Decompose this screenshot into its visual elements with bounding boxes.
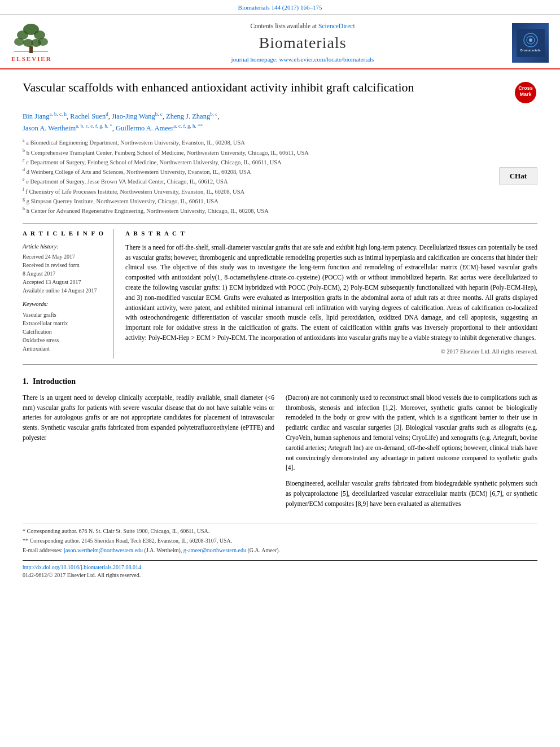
footnote-emails: E-mail addresses: jason.wertheim@northwe… bbox=[23, 546, 537, 554]
keyword-2: Extracellular matrix bbox=[23, 319, 104, 327]
chat-button[interactable]: CHat bbox=[499, 167, 537, 185]
elsevier-logo-section: ELSEVIER bbox=[11, 23, 102, 63]
intro-right-col: (Dacron) are not commonly used to recons… bbox=[286, 393, 537, 515]
abstract-column: A B S T R A C T There is a need for off-… bbox=[125, 229, 537, 359]
affiliation-g: g g Simpson Querrey Institute, Northwest… bbox=[23, 196, 537, 206]
introduction-section: 1. Introduction There is an urgent need … bbox=[23, 376, 537, 515]
journal-homepage: journal homepage: www.elsevier.com/locat… bbox=[102, 55, 504, 64]
email-wertheim[interactable]: jason.wertheim@northwestern.edu bbox=[64, 547, 143, 553]
main-content: Vascular scaffolds with enhanced antioxi… bbox=[0, 69, 560, 585]
keyword-5: Antioxidant bbox=[23, 344, 104, 353]
biomaterials-logo-icon: Biomaterials bbox=[517, 29, 545, 57]
svg-rect-9 bbox=[14, 51, 48, 52]
header-divider bbox=[23, 223, 537, 224]
svg-point-4 bbox=[14, 38, 24, 46]
affiliation-b: b b Comprehensive Transplant Center, Fei… bbox=[23, 147, 537, 157]
keywords-section: Keywords: Vascular grafts Extracellular … bbox=[23, 300, 104, 353]
intro-para-1: There is an urgent need to develop clini… bbox=[23, 393, 274, 443]
abstract-text: There is a need for off-the-shelf, small… bbox=[125, 243, 537, 343]
issn-line: 0142-9612/© 2017 Elsevier Ltd. All right… bbox=[23, 572, 141, 578]
email-ameer-note: (G.A. Ameer). bbox=[247, 547, 280, 553]
received-revised-label: Received in revised form bbox=[23, 261, 104, 269]
article-history: Article history: Received 24 May 2017 Re… bbox=[23, 243, 104, 295]
affiliation-a: a a Biomedical Engineering Department, N… bbox=[23, 137, 537, 147]
crossmark-icon: Cross Mark bbox=[515, 82, 536, 103]
affiliation-h: h h Center for Advanced Regenerative Eng… bbox=[23, 206, 537, 215]
abstract-title: A B S T R A C T bbox=[125, 229, 537, 238]
svg-point-7 bbox=[31, 39, 41, 47]
svg-point-13 bbox=[529, 38, 532, 42]
footnote-2: ** Corresponding author. 2145 Sheridan R… bbox=[23, 536, 537, 545]
received-date: Received 24 May 2017 bbox=[23, 252, 104, 261]
affiliation-e: e e Department of Surgery, Jesse Brown V… bbox=[23, 176, 537, 186]
svg-text:Mark: Mark bbox=[519, 91, 532, 97]
svg-rect-8 bbox=[29, 46, 33, 53]
affiliation-f: f f Chemistry of Life Processes Institut… bbox=[23, 186, 537, 196]
biomaterials-logo: Biomaterials bbox=[512, 23, 549, 63]
abstract-divider bbox=[23, 364, 537, 365]
copyright-line: © 2017 Elsevier Ltd. All rights reserved… bbox=[125, 348, 537, 356]
article-info-column: A R T I C L E I N F O Article history: R… bbox=[23, 229, 114, 359]
article-title-section: Vascular scaffolds with enhanced antioxi… bbox=[23, 80, 537, 104]
section-1-heading: 1. Introduction bbox=[23, 376, 537, 387]
article-info-title: A R T I C L E I N F O bbox=[23, 229, 104, 238]
keyword-4: Oxidative stress bbox=[23, 336, 104, 344]
journal-header-center: Contents lists available at ScienceDirec… bbox=[102, 21, 504, 64]
article-body: A R T I C L E I N F O Article history: R… bbox=[23, 229, 537, 359]
homepage-link[interactable]: www.elsevier.com/locate/biomaterials bbox=[279, 56, 374, 63]
available-online-date: Available online 14 August 2017 bbox=[23, 286, 104, 295]
elsevier-wordmark: ELSEVIER bbox=[11, 55, 52, 63]
contents-line: Contents lists available at ScienceDirec… bbox=[102, 21, 504, 30]
sciencedirect-link[interactable]: ScienceDirect bbox=[318, 23, 355, 29]
svg-text:Cross: Cross bbox=[518, 85, 533, 91]
section-title: Introduction bbox=[33, 377, 76, 386]
section-number: 1. bbox=[23, 377, 29, 386]
footnotes-section: * Corresponding author. 676 N. St. Clair… bbox=[23, 523, 537, 554]
email-ameer[interactable]: g-ameer@northwestern.edu bbox=[183, 547, 246, 553]
affiliation-d: d d Weinberg College of Arts and Science… bbox=[23, 167, 537, 176]
doi-section: http://dx.doi.org/10.1016/j.biomaterials… bbox=[23, 560, 537, 579]
elsevier-logo: ELSEVIER bbox=[11, 23, 102, 63]
crossmark-badge: Cross Mark bbox=[515, 82, 537, 104]
intro-right-para-2: Bioengineered, acellular vascular grafts… bbox=[286, 479, 537, 509]
authors-line: Bin Jianga, b, c, h, Rachel Suend, Jiao-… bbox=[23, 110, 537, 134]
keyword-1: Vascular grafts bbox=[23, 311, 104, 319]
keywords-label: Keywords: bbox=[23, 300, 104, 309]
intro-columns: There is an urgent need to develop clini… bbox=[23, 393, 537, 515]
received-revised-date: 8 August 2017 bbox=[23, 269, 104, 278]
journal-reference-bar: Biomaterials 144 (2017) 166–175 bbox=[0, 0, 560, 15]
journal-title: Biomaterials bbox=[102, 32, 504, 54]
svg-text:Biomaterials: Biomaterials bbox=[520, 49, 540, 52]
affiliation-c: c c Department of Surgery, Feinberg Scho… bbox=[23, 157, 537, 167]
email-label: E-mail addresses: bbox=[23, 547, 63, 553]
journal-reference: Biomaterials 144 (2017) 166–175 bbox=[238, 4, 322, 11]
accepted-date: Accepted 13 August 2017 bbox=[23, 278, 104, 286]
affiliations: a a Biomedical Engineering Department, N… bbox=[23, 137, 537, 215]
page-wrapper: Biomaterials 144 (2017) 166–175 bbox=[0, 0, 560, 747]
email-wertheim-note: (J.A. Wertheim), bbox=[145, 547, 182, 553]
intro-right-para-1: (Dacron) are not commonly used to recons… bbox=[286, 393, 537, 474]
doi-link[interactable]: http://dx.doi.org/10.1016/j.biomaterials… bbox=[23, 564, 141, 570]
article-title: Vascular scaffolds with enhanced antioxi… bbox=[23, 80, 515, 96]
journal-header: ELSEVIER Contents lists available at Sci… bbox=[0, 15, 560, 69]
intro-left-col: There is an urgent need to develop clini… bbox=[23, 393, 274, 515]
elsevier-tree-icon bbox=[11, 23, 51, 54]
journal-logo-right: Biomaterials bbox=[504, 23, 549, 63]
footnote-1: * Corresponding author. 676 N. St. Clair… bbox=[23, 527, 537, 535]
article-history-label: Article history: bbox=[23, 243, 104, 251]
keyword-3: Calcification bbox=[23, 327, 104, 336]
